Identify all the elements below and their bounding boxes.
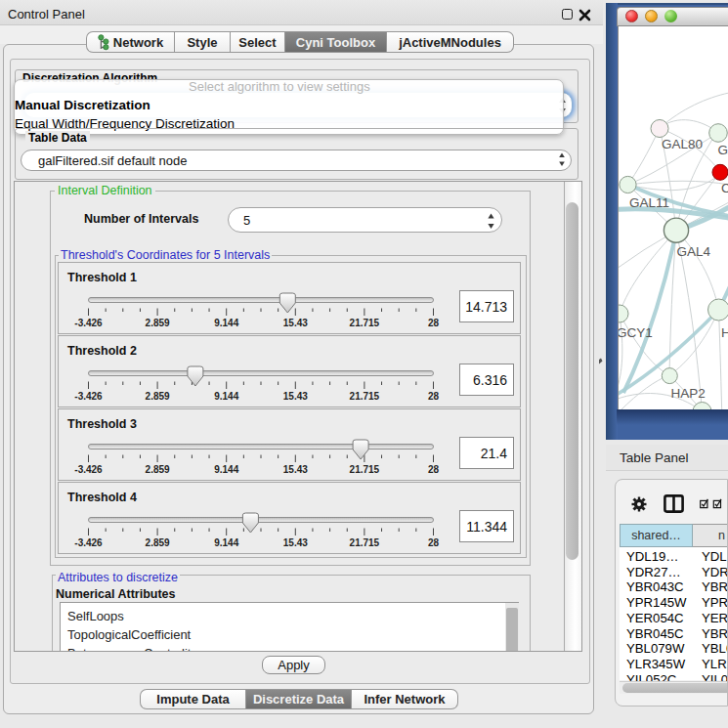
svg-text:GAL7: GAL7 xyxy=(718,143,728,157)
svg-text:HAP2: HAP2 xyxy=(670,386,705,401)
svg-text:H: H xyxy=(721,325,728,340)
svg-text:GAL4: GAL4 xyxy=(676,244,710,259)
svg-text:GAL11: GAL11 xyxy=(629,195,669,210)
svg-text:CY: CY xyxy=(721,181,728,195)
svg-text:GAL80: GAL80 xyxy=(662,137,703,151)
svg-text:GCY1: GCY1 xyxy=(619,325,653,340)
